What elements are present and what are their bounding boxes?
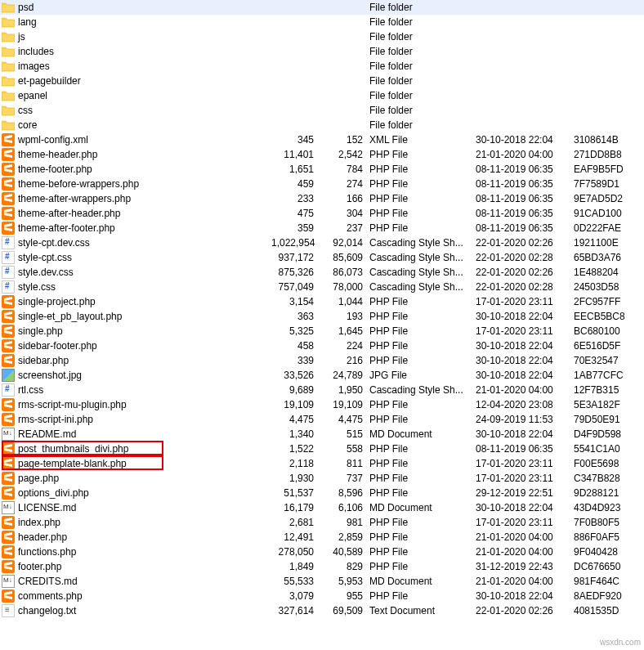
file-row[interactable]: rtl.css9,6891,950Cascading Style Sh...21… [0, 383, 644, 397]
file-row[interactable]: page.php1,930737PHP File17-01-2020 23:11… [0, 471, 644, 486]
file-name: style-cpt.dev.css [18, 237, 90, 249]
file-row[interactable]: comments.php3,079955PHP File30-10-2018 2… [0, 589, 644, 603]
file-row[interactable]: header.php12,4912,859PHP File21-01-2020 … [0, 530, 644, 545]
file-name-cell: wpml-config.xml [2, 133, 271, 146]
file-date: 08-11-2019 06:35 [476, 193, 574, 204]
file-type: Cascading Style Sh... [369, 252, 476, 263]
file-row[interactable]: functions.php278,05040,589PHP File21-01-… [0, 545, 644, 559]
file-date: 30-10-2018 22:04 [476, 590, 574, 602]
file-row[interactable]: imagesFile folder [0, 59, 644, 74]
file-row[interactable]: page-template-blank.php2,118811PHP File1… [0, 456, 644, 471]
file-row[interactable]: rms-script-ini.php4,4754,475PHP File24-0… [0, 412, 644, 427]
file-crc: 5541C1A0 [574, 443, 642, 455]
file-row[interactable]: index.php2,681981PHP File17-01-2020 23:1… [0, 515, 644, 530]
file-row[interactable]: post_thumbnails_divi.php1,522558PHP File… [0, 442, 644, 456]
file-row[interactable]: epanelFile folder [0, 88, 644, 103]
file-name: options_divi.php [18, 487, 89, 499]
file-row[interactable]: theme-header.php11,4012,542PHP File21-01… [0, 147, 644, 162]
file-type: PHP File [369, 222, 476, 234]
file-date: 30-10-2018 22:04 [476, 355, 574, 366]
file-row[interactable]: CREDITS.md55,5335,953MD Document21-01-20… [0, 574, 644, 589]
file-row[interactable]: cssFile folder [0, 103, 644, 118]
file-row[interactable]: theme-after-footer.php359237PHP File08-1… [0, 221, 644, 235]
file-name: lang [18, 16, 37, 28]
file-packed-size: 784 [320, 164, 369, 175]
file-name: style.css [18, 281, 56, 293]
sublime-file-icon [2, 133, 15, 146]
file-row[interactable]: jsFile folder [0, 29, 644, 44]
file-row[interactable]: style-cpt.css937,17285,609Cascading Styl… [0, 250, 644, 265]
file-row[interactable]: sidebar.php339216PHP File30-10-2018 22:0… [0, 353, 644, 368]
file-row[interactable]: theme-after-header.php475304PHP File08-1… [0, 206, 644, 221]
file-row[interactable]: options_divi.php51,5378,596PHP File29-12… [0, 486, 644, 500]
file-row[interactable]: sidebar-footer.php458224PHP File30-10-20… [0, 338, 644, 353]
sublime-file-icon [2, 472, 15, 485]
file-name-cell: style.css [2, 280, 271, 294]
file-size: 458 [271, 340, 320, 352]
file-name: README.md [18, 428, 76, 440]
sublime-file-icon [2, 486, 15, 500]
file-crc: 79D50E91 [574, 414, 642, 425]
file-type: PHP File [369, 296, 476, 307]
file-crc: 65BD3A76 [574, 252, 642, 263]
file-row[interactable]: theme-after-wrappers.php233166PHP File08… [0, 191, 644, 206]
file-type: Text Document [369, 605, 476, 616]
file-name: images [18, 61, 50, 72]
file-name-cell: rms-script-ini.php [2, 413, 271, 426]
file-name-cell: CREDITS.md [2, 575, 271, 588]
file-name: page.php [18, 473, 59, 484]
md-file-icon [2, 428, 15, 441]
file-size: 937,172 [271, 252, 320, 263]
file-crc: 5E3A182F [574, 399, 642, 410]
file-name: CREDITS.md [18, 576, 78, 587]
file-date: 17-01-2020 23:11 [476, 517, 574, 528]
file-packed-size: 304 [320, 208, 369, 219]
file-row[interactable]: README.md1,340515MD Document30-10-2018 2… [0, 427, 644, 442]
file-row[interactable]: coreFile folder [0, 118, 644, 132]
file-row[interactable]: changelog.txt327,61469,509Text Document2… [0, 603, 644, 618]
file-name: LICENSE.md [18, 502, 76, 513]
file-type: PHP File [369, 178, 476, 190]
file-row[interactable]: theme-footer.php1,651784PHP File08-11-20… [0, 162, 644, 177]
file-row[interactable]: single-et_pb_layout.php363193PHP File30-… [0, 309, 644, 324]
file-size: 5,325 [271, 325, 320, 337]
file-name-cell: psd [2, 1, 271, 14]
file-type: PHP File [369, 561, 476, 572]
file-crc: 0D222FAE [574, 222, 642, 234]
file-size: 345 [271, 134, 320, 146]
file-row[interactable]: langFile folder [0, 15, 644, 29]
file-row[interactable]: style.css757,04978,000Cascading Style Sh… [0, 280, 644, 294]
file-row[interactable]: style-cpt.dev.css1,022,95492,014Cascadin… [0, 235, 644, 250]
file-packed-size: 1,044 [320, 296, 369, 307]
file-row[interactable]: includesFile folder [0, 44, 644, 59]
file-name: page-template-blank.php [18, 458, 127, 469]
file-name-cell: theme-after-header.php [2, 207, 271, 220]
file-type: File folder [369, 119, 476, 131]
file-date: 30-10-2018 22:04 [476, 134, 574, 146]
file-size: 339 [271, 355, 320, 366]
file-row[interactable]: theme-before-wrappers.php459274PHP File0… [0, 177, 644, 191]
file-row[interactable]: screenshot.jpg33,52624,789JPG File30-10-… [0, 368, 644, 383]
file-row[interactable]: et-pagebuilderFile folder [0, 74, 644, 88]
file-date: 29-12-2019 22:51 [476, 487, 574, 499]
file-name: rms-script-ini.php [18, 414, 93, 425]
file-date: 21-01-2020 04:00 [476, 384, 574, 396]
file-row[interactable]: LICENSE.md16,1796,106MD Document30-10-20… [0, 500, 644, 515]
file-size: 327,614 [271, 605, 320, 616]
sublime-file-icon [2, 531, 15, 544]
file-name: index.php [18, 517, 60, 528]
file-crc: 7F7589D1 [574, 178, 642, 190]
sublime-file-icon [2, 398, 15, 411]
file-row[interactable]: rms-script-mu-plugin.php19,10919,109PHP … [0, 397, 644, 412]
file-row[interactable]: footer.php1,849829PHP File31-12-2019 22:… [0, 559, 644, 574]
file-row[interactable]: psdFile folder [0, 0, 644, 15]
file-row[interactable]: style.dev.css875,32686,073Cascading Styl… [0, 265, 644, 280]
file-row[interactable]: single.php5,3251,645PHP File17-01-2020 2… [0, 324, 644, 338]
file-packed-size: 515 [320, 428, 369, 440]
file-row[interactable]: wpml-config.xml345152XML File30-10-2018 … [0, 132, 644, 147]
file-type: Cascading Style Sh... [369, 237, 476, 249]
file-type: File folder [369, 31, 476, 43]
file-row[interactable]: single-project.php3,1541,044PHP File17-0… [0, 294, 644, 309]
file-name-cell: theme-before-wrappers.php [2, 177, 271, 191]
file-date: 22-01-2020 02:28 [476, 252, 574, 263]
